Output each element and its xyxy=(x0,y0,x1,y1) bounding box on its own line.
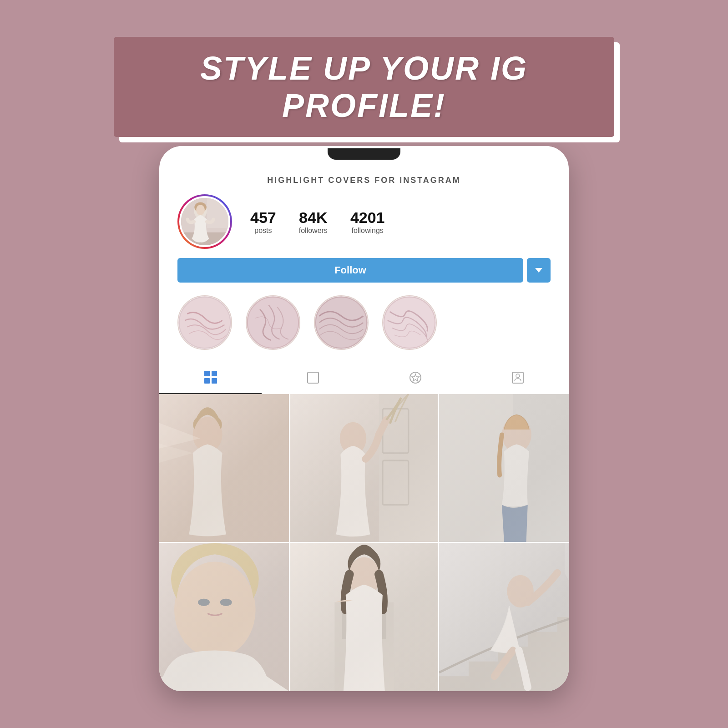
svg-rect-49 xyxy=(439,543,569,691)
svg-rect-29 xyxy=(383,409,409,453)
phone-top xyxy=(159,146,569,162)
photo-cell-6[interactable] xyxy=(439,543,569,691)
profile-row: 457 posts 84K followers 4201 followings xyxy=(177,194,551,249)
grid-icon xyxy=(204,370,217,384)
svg-rect-26 xyxy=(290,394,438,542)
svg-rect-35 xyxy=(513,394,569,542)
svg-rect-8 xyxy=(247,296,299,349)
svg-point-36 xyxy=(502,417,531,453)
follow-dropdown-button[interactable] xyxy=(527,258,551,283)
avatar-illustration xyxy=(181,198,228,245)
svg-rect-16 xyxy=(204,378,210,384)
photo-cell-5[interactable] xyxy=(290,543,438,691)
tab-reels[interactable] xyxy=(262,361,364,394)
svg-rect-37 xyxy=(159,543,289,691)
svg-rect-6 xyxy=(178,296,231,349)
stat-followers: 84K followers xyxy=(299,209,328,235)
svg-point-50 xyxy=(507,575,534,607)
svg-rect-27 xyxy=(290,394,438,542)
highlight-4[interactable] xyxy=(382,295,437,350)
highlight-2[interactable] xyxy=(246,295,300,350)
svg-rect-33 xyxy=(439,394,569,542)
svg-point-31 xyxy=(339,422,366,455)
photo-grid xyxy=(159,394,569,691)
photo-1-art xyxy=(159,394,289,542)
svg-point-5 xyxy=(196,205,205,215)
svg-rect-34 xyxy=(439,394,513,542)
follow-row: Follow xyxy=(177,258,551,283)
highlights-row xyxy=(177,295,551,350)
title-banner: STYLE UP YOUR IG PROFILE! xyxy=(114,37,614,137)
stat-followings-label: followings xyxy=(352,227,384,235)
photo-cell-2[interactable] xyxy=(290,394,438,542)
avatar[interactable] xyxy=(177,194,232,249)
tab-tagged-person[interactable] xyxy=(466,361,569,394)
dropdown-arrow-icon xyxy=(535,268,542,273)
person-tag-icon xyxy=(511,371,524,384)
svg-rect-30 xyxy=(383,460,409,505)
svg-rect-24 xyxy=(159,394,289,542)
svg-point-41 xyxy=(220,599,232,606)
svg-rect-32 xyxy=(439,394,569,542)
star-icon xyxy=(409,371,422,384)
svg-rect-23 xyxy=(159,394,289,542)
svg-rect-42 xyxy=(290,543,438,691)
svg-rect-12 xyxy=(383,296,436,349)
profile-stats: 457 posts 84K followers 4201 followings xyxy=(250,209,551,235)
reels-icon xyxy=(307,371,319,384)
svg-marker-20 xyxy=(412,374,419,381)
svg-rect-48 xyxy=(439,543,569,691)
svg-rect-15 xyxy=(212,371,217,376)
avatar-inner xyxy=(179,196,230,247)
highlight-1[interactable] xyxy=(177,295,232,350)
tab-grid[interactable] xyxy=(159,361,262,394)
highlight-3-art xyxy=(315,296,368,349)
svg-point-47 xyxy=(348,557,380,596)
svg-rect-38 xyxy=(159,543,289,691)
ig-header-label: HIGHLIGHT COVERS FOR INSTAGRAM xyxy=(177,176,551,185)
svg-point-39 xyxy=(174,562,256,658)
svg-rect-45 xyxy=(342,610,360,639)
photo-5-art xyxy=(290,543,438,691)
follow-button[interactable]: Follow xyxy=(177,258,523,283)
tab-bar xyxy=(159,361,569,394)
photo-4-art xyxy=(159,543,289,691)
svg-rect-14 xyxy=(204,371,210,376)
phone-mockup: HIGHLIGHT COVERS FOR INSTAGRAM xyxy=(159,146,569,691)
phone-inner: HIGHLIGHT COVERS FOR INSTAGRAM xyxy=(159,162,569,350)
highlight-1-art xyxy=(178,296,231,349)
svg-point-22 xyxy=(516,374,520,378)
svg-rect-43 xyxy=(290,543,438,691)
svg-rect-44 xyxy=(334,602,394,691)
tab-tagged-star[interactable] xyxy=(364,361,466,394)
photo-cell-1[interactable] xyxy=(159,394,289,542)
stat-followings: 4201 followings xyxy=(350,209,385,235)
stat-followers-value: 84K xyxy=(299,209,327,227)
photo-cell-4[interactable] xyxy=(159,543,289,691)
highlight-2-art xyxy=(247,296,299,349)
svg-rect-46 xyxy=(368,610,386,639)
photo-cell-3[interactable] xyxy=(439,394,569,542)
svg-point-40 xyxy=(198,599,210,606)
highlight-4-art xyxy=(383,296,436,349)
svg-point-25 xyxy=(193,417,222,453)
main-container: STYLE UP YOUR IG PROFILE! HIGHLIGHT COVE… xyxy=(114,37,614,691)
stat-posts-value: 457 xyxy=(250,209,276,227)
photo-3-art xyxy=(439,394,569,542)
highlight-3[interactable] xyxy=(314,295,369,350)
photo-2-art xyxy=(290,394,438,542)
phone-notch xyxy=(328,148,400,160)
svg-rect-17 xyxy=(212,378,217,384)
title-text: STYLE UP YOUR IG PROFILE! xyxy=(200,50,528,124)
stat-posts: 457 posts xyxy=(250,209,276,235)
stat-followings-value: 4201 xyxy=(350,209,385,227)
stat-posts-label: posts xyxy=(254,227,272,235)
title-banner-wrapper: STYLE UP YOUR IG PROFILE! xyxy=(114,37,614,137)
photo-6-art xyxy=(439,543,569,691)
svg-rect-28 xyxy=(379,394,438,542)
stat-followers-label: followers xyxy=(299,227,328,235)
svg-rect-18 xyxy=(308,372,318,383)
